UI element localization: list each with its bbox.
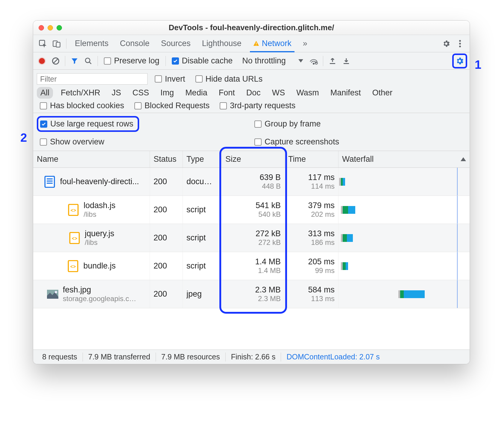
- device-toggle-icon[interactable]: [50, 37, 63, 50]
- type-filter-other[interactable]: Other: [369, 87, 396, 99]
- has-blocked-cookies-checkbox[interactable]: Has blocked cookies: [37, 101, 127, 110]
- tab-sources[interactable]: Sources: [156, 35, 196, 52]
- disable-cache-checkbox[interactable]: Disable cache: [169, 56, 236, 65]
- status-resources: 7.9 MB resources: [156, 353, 225, 361]
- filter-input[interactable]: [37, 73, 148, 85]
- capture-screenshots-checkbox[interactable]: Capture screenshots: [251, 137, 466, 147]
- type-filter-js[interactable]: JS: [108, 87, 125, 99]
- network-settings-panel: Use large request rows Group by frame Sh…: [33, 113, 470, 151]
- throttling-select[interactable]: No throttling: [237, 56, 306, 65]
- svg-rect-14: [45, 176, 54, 187]
- cell-status: 200: [150, 224, 183, 252]
- network-settings-button[interactable]: [454, 56, 465, 66]
- sort-asc-icon: [461, 157, 466, 161]
- type-filter-ws[interactable]: WS: [268, 87, 289, 99]
- filter-icon[interactable]: [68, 55, 81, 67]
- search-icon[interactable]: [82, 55, 95, 67]
- type-filter-wasm[interactable]: Wasm: [293, 87, 323, 99]
- type-filter-img[interactable]: Img: [157, 87, 177, 99]
- cell-time: 379 ms202 ms: [285, 196, 338, 224]
- cell-name: <>jquery.js/libs: [33, 224, 150, 252]
- type-filter-fetch[interactable]: Fetch/XHR: [57, 87, 104, 99]
- kebab-menu-icon[interactable]: [453, 37, 467, 50]
- close-window-button[interactable]: [39, 25, 44, 30]
- window-title: DevTools - foul-heavenly-direction.glitc…: [33, 23, 470, 32]
- table-row[interactable]: <>jquery.js/libs200script272 kB272 kB313…: [33, 224, 470, 252]
- column-time[interactable]: Time: [285, 151, 338, 167]
- invert-checkbox[interactable]: Invert: [152, 74, 188, 84]
- cell-waterfall: [338, 252, 470, 280]
- svg-point-5: [459, 40, 461, 42]
- import-har-icon[interactable]: [326, 55, 339, 67]
- column-status[interactable]: Status: [150, 151, 183, 167]
- tab-elements[interactable]: Elements: [69, 35, 114, 52]
- cell-size: 639 B448 B: [222, 168, 285, 196]
- separator: [66, 39, 66, 49]
- hide-data-urls-checkbox[interactable]: Hide data URLs: [192, 74, 266, 84]
- svg-point-7: [459, 45, 461, 47]
- svg-rect-17: [47, 182, 53, 184]
- table-row[interactable]: foul-heavenly-directi...200docum…639 B44…: [33, 168, 470, 196]
- cell-size: 1.4 MB1.4 MB: [222, 252, 285, 280]
- cell-time: 584 ms113 ms: [285, 280, 338, 308]
- cell-waterfall: [338, 196, 470, 224]
- blocked-requests-checkbox[interactable]: Blocked Requests: [131, 101, 213, 110]
- status-transferred: 7.9 MB transferred: [83, 353, 156, 361]
- svg-text:<>: <>: [70, 264, 76, 269]
- tab-lighthouse[interactable]: Lighthouse: [197, 35, 247, 52]
- status-bar: 8 requests 7.9 MB transferred 7.9 MB res…: [33, 350, 470, 364]
- traffic-lights: [33, 25, 62, 30]
- column-type[interactable]: Type: [183, 151, 222, 167]
- cell-name: foul-heavenly-directi...: [33, 168, 150, 196]
- cell-status: 200: [150, 168, 183, 196]
- svg-rect-2: [56, 42, 60, 47]
- column-waterfall[interactable]: Waterfall: [338, 151, 470, 167]
- show-overview-checkbox[interactable]: Show overview: [37, 137, 251, 147]
- devtools-window: DevTools - foul-heavenly-direction.glitc…: [33, 20, 470, 364]
- network-conditions-icon[interactable]: [307, 55, 320, 67]
- file-type-icon: <>: [67, 260, 79, 272]
- clear-button[interactable]: [49, 55, 62, 67]
- svg-point-6: [459, 43, 461, 45]
- svg-rect-12: [330, 63, 335, 64]
- cell-time: 205 ms99 ms: [285, 252, 338, 280]
- cell-name: <>bundle.js: [33, 252, 150, 280]
- large-request-rows-checkbox[interactable]: Use large request rows: [40, 119, 133, 129]
- file-type-icon: [47, 288, 59, 300]
- record-button[interactable]: [36, 55, 48, 67]
- column-size[interactable]: Size: [222, 151, 285, 167]
- panel-tabstrip: Elements Console Sources Lighthouse Netw…: [33, 35, 470, 52]
- svg-point-25: [55, 291, 57, 293]
- table-row[interactable]: <>bundle.js200script1.4 MB1.4 MB205 ms99…: [33, 252, 470, 280]
- network-toolbar: Preserve log Disable cache No throttling: [33, 52, 470, 70]
- svg-rect-3: [256, 42, 256, 44]
- type-filter-font[interactable]: Font: [215, 87, 239, 99]
- type-filter-css[interactable]: CSS: [129, 87, 153, 99]
- type-filter-all[interactable]: All: [37, 87, 53, 99]
- third-party-checkbox[interactable]: 3rd-party requests: [217, 101, 298, 110]
- more-tabs-button[interactable]: »: [297, 35, 313, 52]
- minimize-window-button[interactable]: [48, 25, 53, 30]
- file-type-icon: <>: [67, 204, 79, 216]
- settings-gear-icon[interactable]: [440, 37, 453, 50]
- inspect-icon[interactable]: [36, 37, 49, 50]
- tab-network[interactable]: Network: [248, 35, 297, 52]
- group-by-frame-checkbox[interactable]: Group by frame: [251, 116, 466, 132]
- tab-console[interactable]: Console: [115, 35, 155, 52]
- annotation-2: 2: [20, 131, 27, 144]
- column-name[interactable]: Name: [33, 151, 150, 167]
- status-finish: Finish: 2.66 s: [226, 353, 281, 361]
- cell-size: 541 kB540 kB: [222, 196, 285, 224]
- status-requests: 8 requests: [37, 353, 83, 361]
- export-har-icon[interactable]: [340, 55, 353, 67]
- cell-size: 2.3 MB2.3 MB: [222, 280, 285, 308]
- cell-status: 200: [150, 252, 183, 280]
- table-row[interactable]: fesh.jpgstorage.googleapis.c…200jpeg2.3 …: [33, 280, 470, 308]
- zoom-window-button[interactable]: [57, 25, 62, 30]
- svg-text:<>: <>: [72, 236, 77, 241]
- preserve-log-checkbox[interactable]: Preserve log: [101, 56, 163, 65]
- table-row[interactable]: <>lodash.js/libs200script541 kB540 kB379…: [33, 196, 470, 224]
- type-filter-doc[interactable]: Doc: [243, 87, 264, 99]
- type-filter-manifest[interactable]: Manifest: [327, 87, 365, 99]
- type-filter-media[interactable]: Media: [182, 87, 211, 99]
